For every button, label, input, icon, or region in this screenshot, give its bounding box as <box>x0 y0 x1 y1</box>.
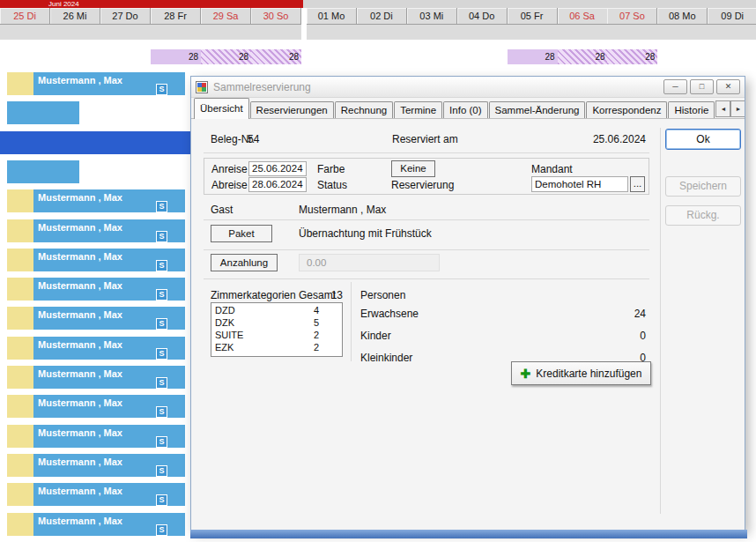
reservation-bar[interactable]: Mustermann , MaxS <box>33 72 185 95</box>
dialog-bottom-edge <box>190 530 747 538</box>
sammelreservierung-dialog: Sammelreservierung ─ □ ✕ ÜbersichtReserv… <box>190 76 745 531</box>
anreise-label: Anreise <box>211 163 248 175</box>
screen: Juni 2024 25 Di26 Mi27 Do28 Fr29 Sa30 So… <box>0 0 756 542</box>
window-buttons: ─ □ ✕ <box>663 79 740 94</box>
anzahlung-button[interactable]: Anzahlung <box>211 254 278 271</box>
reservation-bar[interactable]: Mustermann , MaxS <box>33 189 185 212</box>
tab-scroll-right-button[interactable]: ► <box>730 100 745 117</box>
room-cell <box>7 278 33 301</box>
reservation-bar[interactable]: Mustermann , MaxS <box>33 249 185 271</box>
reservation-bar[interactable]: Mustermann , MaxS <box>33 395 185 418</box>
selected-reservation-row[interactable] <box>0 131 190 154</box>
reservation-bar[interactable]: Mustermann , MaxS <box>33 307 185 330</box>
reservation-bar[interactable]: Mustermann , MaxS <box>33 366 185 389</box>
group-reservation-badge: S <box>156 348 167 360</box>
reservation-bar[interactable]: Mustermann , MaxS <box>33 483 185 506</box>
room-cell <box>7 189 33 212</box>
tab-übersicht[interactable]: Übersicht <box>194 98 249 119</box>
person-row: Erwachsene24 <box>360 308 646 325</box>
group-reservation-badge: S <box>156 289 167 301</box>
tab-scroll-left-button[interactable]: ◄ <box>715 100 730 117</box>
room-cell <box>7 425 33 448</box>
abreise-date-field[interactable]: 28.06.2024 <box>248 177 307 192</box>
person-count: 0 <box>640 330 646 342</box>
close-icon: ✕ <box>725 82 732 91</box>
personen-label: Personen <box>360 289 405 301</box>
reservation-bar[interactable]: Mustermann , MaxS <box>33 513 185 536</box>
person-count: 24 <box>634 308 646 320</box>
group-reservation-badge: S <box>156 231 167 242</box>
anreise-date-field[interactable]: 25.06.2024 <box>248 161 307 176</box>
dialog-titlebar[interactable]: Sammelreservierung ─ □ ✕ <box>191 77 745 98</box>
room-cell <box>7 483 33 506</box>
category-name: EZK <box>215 342 233 353</box>
reservation-bar[interactable]: Mustermann , MaxS <box>33 425 185 448</box>
group-reservation-badge: S <box>156 318 167 330</box>
category-listbox[interactable]: DZD4DZK5SUITE2EZK2 <box>211 302 343 357</box>
category-count: 2 <box>314 329 319 341</box>
tab-rechnung[interactable]: Rechnung <box>335 101 393 118</box>
reserviert-am-value: 25.06.2024 <box>561 133 646 145</box>
room-cell <box>7 219 33 242</box>
tab-historie[interactable]: Historie <box>668 101 715 118</box>
tab-arrows: ◄ ► <box>715 100 745 117</box>
maximize-button[interactable]: □ <box>690 79 714 94</box>
reservation-bar[interactable]: Mustermann , MaxS <box>33 278 185 301</box>
group-reservation-badge: S <box>156 524 167 536</box>
separator <box>204 219 649 220</box>
group-reservation-badge: S <box>156 260 167 271</box>
add-credit-card-button[interactable]: ✚ Kreditkarte hinzufügen <box>511 361 651 385</box>
reservation-bar[interactable]: Mustermann , MaxS <box>33 454 185 477</box>
mandant-select[interactable]: Demohotel RH <box>531 176 628 192</box>
group-reservation-badge: S <box>156 436 167 448</box>
separator <box>204 152 649 153</box>
gast-value: Mustermann , Max <box>299 204 386 216</box>
separator <box>351 282 352 361</box>
group-reservation-badge: S <box>156 406 167 418</box>
dialog-title: Sammelreservierung <box>213 81 311 93</box>
tab-korrespondenz[interactable]: Korrespondenz <box>586 101 667 118</box>
separator <box>204 249 649 250</box>
ok-button[interactable]: Ok <box>665 129 741 150</box>
arrow-left-icon: ◄ <box>720 106 726 112</box>
group-reservation-badge: S <box>156 494 167 506</box>
tab-reservierungen[interactable]: Reservierungen <box>250 101 334 118</box>
category-count: 5 <box>314 316 319 329</box>
farbe-keine-button[interactable]: Keine <box>391 160 435 177</box>
tab-termine[interactable]: Termine <box>394 101 442 118</box>
tab-info-0-[interactable]: Info (0) <box>443 101 487 118</box>
stay-groupbox: Anreise 25.06.2024 Farbe Keine Mandant A… <box>204 158 649 195</box>
person-row: Kinder0 <box>360 330 646 347</box>
category-row[interactable]: DZK5 <box>211 316 342 329</box>
rueckgaengig-button[interactable]: Rückg. <box>665 205 741 226</box>
app-icon <box>196 81 208 93</box>
reservation-bar[interactable] <box>7 160 79 183</box>
gast-label: Gast <box>211 204 233 216</box>
close-button[interactable]: ✕ <box>716 79 740 94</box>
category-row[interactable]: DZD4 <box>211 304 342 316</box>
paket-button[interactable]: Paket <box>211 225 272 242</box>
zimmerkategorien-label: Zimmerkategorien <box>211 289 296 301</box>
tab-sammel-änderung[interactable]: Sammel-Änderung <box>489 101 586 118</box>
maximize-icon: □ <box>700 82 704 91</box>
category-row[interactable]: EZK2 <box>211 341 342 353</box>
category-name: DZK <box>215 317 234 328</box>
separator <box>660 128 661 514</box>
category-row[interactable]: SUITE2 <box>211 329 342 341</box>
status-label: Status <box>317 179 347 191</box>
person-type-label: Kinder <box>360 330 391 342</box>
speichern-button[interactable]: Speichern <box>665 176 741 197</box>
category-name: SUITE <box>215 330 243 340</box>
anzahlung-field: 0.00 <box>299 254 440 271</box>
category-count: 4 <box>314 304 319 316</box>
reservation-bar[interactable]: Mustermann , MaxS <box>33 219 185 242</box>
abreise-label: Abreise <box>211 179 248 191</box>
reservation-bar[interactable]: Mustermann , MaxS <box>33 337 185 360</box>
separator <box>204 278 649 279</box>
minimize-button[interactable]: ─ <box>663 79 687 94</box>
tab-strip-wrap: ÜbersichtReservierungenRechnungTermineIn… <box>191 98 745 119</box>
person-type-label: Kleinkinder <box>360 352 412 364</box>
reservation-bar[interactable] <box>7 101 79 124</box>
mandant-browse-button[interactable]: ... <box>630 176 645 192</box>
person-type-label: Erwachsene <box>360 308 419 320</box>
